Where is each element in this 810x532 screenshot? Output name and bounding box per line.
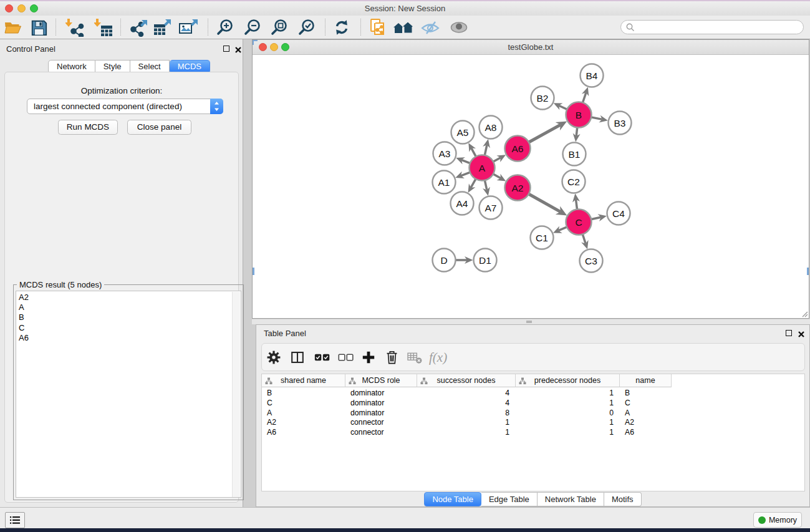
home-view-button[interactable] [393,17,414,37]
table-cell[interactable]: A [267,409,272,418]
table-row[interactable]: Cdominator41C [262,399,804,409]
table-cell[interactable]: C [267,399,272,409]
delete-column-button[interactable] [382,348,401,367]
table-row[interactable]: Bdominator41B [262,389,804,399]
table-cell[interactable]: A [625,409,630,418]
toolbar-separator [325,19,325,36]
table-cell[interactable]: 1 [516,418,614,428]
table-cell[interactable]: 1 [516,399,614,409]
column-header-MCDS-role[interactable]: MCDS role [345,374,417,387]
table-cell[interactable]: B [625,389,630,399]
tab-network-table[interactable]: Network Table [538,492,604,506]
mcds-result-item[interactable]: A [16,302,241,312]
import-table-button[interactable] [93,17,114,37]
panel-divider[interactable] [252,319,810,324]
deselect-all-button[interactable] [337,348,355,367]
plus-icon [361,350,376,365]
tab-node-table[interactable]: Node Table [424,492,481,506]
close-panel-button[interactable]: Close panel [127,120,191,135]
table-cell[interactable]: dominator [350,399,384,409]
tab-motifs[interactable]: Motifs [604,492,642,506]
table-cell[interactable]: A6 [625,428,634,438]
show-panel-button[interactable] [448,17,470,37]
resize-corner-grip[interactable] [801,310,808,317]
mcds-result-item[interactable]: A2 [16,293,241,302]
clone-network-icon [369,18,387,37]
table-cell[interactable]: dominator [350,409,384,418]
select-all-button[interactable] [313,348,332,367]
table-settings-button[interactable] [264,348,283,367]
table-cell[interactable]: 1 [417,418,509,428]
table-cell[interactable]: 4 [417,399,509,409]
table-row[interactable]: A2connector11A2 [262,418,804,428]
houses-icon [393,19,414,36]
table-cell[interactable]: connector [350,418,384,428]
control-panel-close-button[interactable] [234,45,242,56]
column-header-predecessor-nodes[interactable]: predecessor nodes [516,374,620,387]
graph-node-label: B1 [569,149,581,160]
table-cell[interactable]: 4 [417,389,509,399]
task-history-button[interactable] [5,512,25,528]
table-cell[interactable]: connector [350,428,384,438]
main-titlebar: Session: New Session [0,1,810,16]
zoom-selected-button[interactable] [296,17,317,37]
show-column-button[interactable] [288,348,307,367]
table-cell[interactable]: 1 [516,428,614,438]
table-cell[interactable]: A2 [267,418,276,428]
table-cell[interactable]: 1 [516,389,614,399]
zoom-fit-button[interactable] [269,17,290,37]
network-graph[interactable]: AA1A2A3A4A5A6A7A8BB1B2B3B4CC1C2C3C4DD1 [253,55,809,318]
column-header-name[interactable]: name [620,374,672,387]
mcds-result-item[interactable]: B [16,312,241,322]
zoom-out-button[interactable] [242,17,263,37]
column-header-shared-name[interactable]: shared name [262,374,345,387]
memory-button[interactable]: Memory [753,512,802,528]
control-panel-float-button[interactable] [223,46,229,52]
table-cell[interactable]: 0 [516,409,614,418]
run-mcds-button[interactable]: Run MCDS [58,120,118,135]
resize-grip[interactable] [807,268,809,275]
tab-edge-table[interactable]: Edge Table [481,492,538,506]
table-cell[interactable]: 8 [417,409,509,418]
table-cell[interactable]: C [625,399,630,409]
criterion-dropdown[interactable]: largest connected component (directed) [27,99,223,114]
divider-handle[interactable] [526,321,532,323]
table-cell[interactable]: 1 [417,428,509,438]
delete-table-button[interactable] [405,348,424,367]
memory-status-icon [758,516,766,524]
resize-grip[interactable] [253,40,254,45]
graph-node-label: A1 [438,177,450,188]
network-window-titlebar[interactable]: testGlobe.txt [253,40,809,55]
export-network-button[interactable] [129,17,150,37]
save-session-button[interactable] [28,17,49,37]
graph-node-label: C [575,217,582,228]
table-row[interactable]: A6connector11A6 [262,428,804,438]
add-column-button[interactable] [359,348,378,367]
table-cell[interactable]: B [267,389,272,399]
mcds-result-item[interactable]: C [16,323,241,333]
resize-grip[interactable] [253,268,254,275]
graph-node-label: D [440,255,447,266]
clone-network-button[interactable] [367,17,388,37]
graph-node-label: C3 [585,256,597,266]
function-builder-button[interactable]: f(x) [428,348,451,367]
export-table-button[interactable] [152,17,173,37]
table-panel-float-button[interactable] [786,330,792,336]
table-cell[interactable]: dominator [350,389,384,399]
import-network-button[interactable] [64,17,85,37]
search-input[interactable] [620,20,804,34]
scrollbar[interactable] [232,292,240,497]
open-session-button[interactable] [2,17,24,37]
column-header-successor-nodes[interactable]: successor nodes [417,374,516,387]
table-cell[interactable]: A6 [267,428,276,438]
hide-panel-button[interactable] [420,17,441,37]
control-panel: Control Panel NetworkStyleSelectMCDS Opt… [0,39,243,507]
table-row[interactable]: Adominator80A [262,409,804,418]
zoom-in-button[interactable] [215,17,236,37]
table-cell[interactable]: A2 [625,418,634,428]
mcds-result-list[interactable]: A2ABCA6 [16,291,241,498]
table-panel-close-button[interactable] [798,329,805,341]
export-image-button[interactable] [178,17,200,37]
refresh-button[interactable] [331,17,352,37]
mcds-result-item[interactable]: A6 [16,333,241,343]
